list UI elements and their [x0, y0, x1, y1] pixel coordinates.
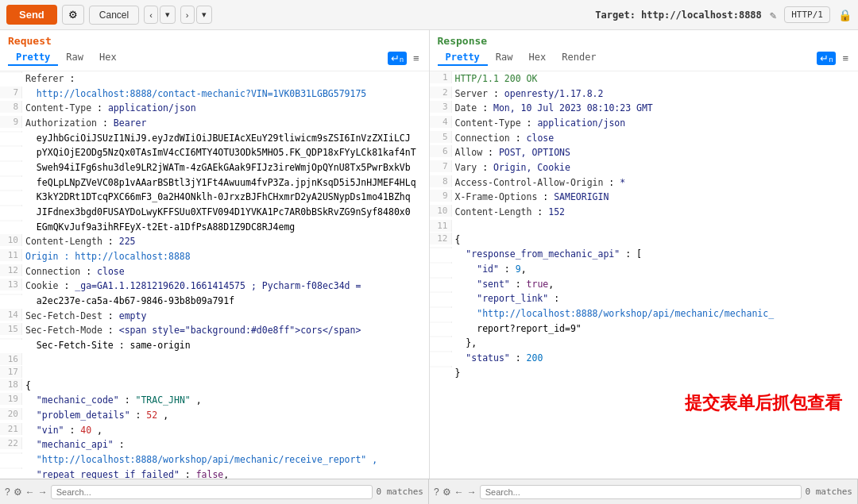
cancel-button[interactable]: Cancel	[89, 6, 139, 25]
line-number: 8	[430, 175, 452, 187]
line-text: Sec-Fetch-Mode : <span style="background…	[22, 323, 429, 338]
table-row: 4Content-Type : application/json	[430, 116, 859, 131]
line-text: Sec-Fetch-Dest : empty	[22, 309, 429, 324]
line-number	[0, 452, 22, 454]
line-text: Date : Mon, 10 Jul 2023 08:10:23 GMT	[452, 101, 859, 116]
table-row: "report_link" :	[430, 291, 859, 306]
request-search-input[interactable]	[51, 485, 373, 499]
line-text: a2ec237e-ca5a-4b67-9846-93b8b09a791f	[22, 294, 429, 309]
tab-pretty-request[interactable]: Pretty	[8, 50, 58, 66]
request-arrow-left[interactable]: ←	[25, 487, 35, 498]
request-help-icon[interactable]: ?	[5, 487, 10, 498]
line-number: 17	[0, 366, 22, 378]
line-text	[452, 220, 859, 221]
line-text: "problem_details" : 52 ,	[22, 408, 429, 423]
wordwrap-icon-request[interactable]: ↵n	[388, 52, 407, 65]
line-number: 12	[0, 264, 22, 276]
line-text: Origin : http://localhost:8888	[22, 249, 429, 264]
menu-icon-request[interactable]: ≡	[412, 51, 421, 66]
line-text: report?report_id=9"	[452, 321, 859, 337]
edit-icon[interactable]: ✎	[770, 9, 776, 21]
line-number	[430, 321, 452, 323]
line-text: http://localhost:8888/contact-mechanic?V…	[22, 87, 429, 102]
table-row: 16	[0, 353, 429, 366]
request-tabs-row: Pretty Raw Hex ↵n ≡	[8, 50, 421, 66]
line-text: "mechanic_api" :	[22, 437, 429, 452]
settings-button[interactable]: ⚙	[62, 5, 84, 25]
table-row: report?report_id=9"	[430, 321, 859, 337]
table-row: 6Allow : POST, OPTIONS	[430, 145, 859, 160]
send-button[interactable]: Send	[6, 5, 57, 25]
table-row: 12Connection : close	[0, 264, 429, 279]
request-arrow-right[interactable]: →	[38, 487, 48, 498]
menu-icon-response[interactable]: ≡	[841, 51, 850, 66]
line-text: feQLpLNpZVeVC08p1vAAarBSBtl3jY1Ft4Awuum4…	[22, 175, 429, 190]
table-row: 2Server : openresty/1.17.8.2	[430, 87, 859, 102]
line-text	[22, 353, 429, 355]
tab-render-response[interactable]: Render	[554, 50, 604, 66]
table-row: "sent" : true,	[430, 277, 859, 292]
wordwrap-icon-response[interactable]: ↵n	[817, 52, 836, 65]
table-row: "id" : 9,	[430, 262, 859, 277]
request-tab-icons: ↵n ≡	[388, 51, 421, 66]
table-row: 8Content-Type : application/json	[0, 101, 429, 116]
line-text: Sec-Fetch-Site : same-origin	[22, 338, 429, 353]
line-number	[430, 351, 452, 352]
request-matches-label: 0 matches	[376, 487, 423, 497]
line-number: 4	[430, 116, 452, 128]
response-search-input[interactable]	[480, 485, 802, 499]
line-text: Sweh94iIFg6shu3dle9LR2jWATm-4zGAEkGAak9F…	[22, 160, 429, 175]
line-text: "http://localhost:8888/workshop/api/mech…	[22, 452, 429, 467]
table-row: 13Cookie : _ga=GA1.1.1281219620.16614145…	[0, 279, 429, 294]
line-number: 12	[430, 233, 452, 244]
request-settings-icon[interactable]: ⚙	[14, 487, 22, 498]
response-search-panel: ? ⚙ ← → 0 matches	[429, 479, 858, 504]
request-header: Request Pretty Raw Hex ↵n ≡	[0, 30, 429, 71]
line-number: 10	[430, 205, 452, 217]
tab-raw-response[interactable]: Raw	[488, 50, 521, 66]
table-row: JIFdnex3bgd0FUSAYDoLwyKFFSUu0XTFV094D1YV…	[0, 205, 429, 220]
line-number	[0, 190, 22, 191]
table-row: 3Date : Mon, 10 Jul 2023 08:10:23 GMT	[430, 101, 859, 116]
table-row: 12{	[430, 233, 859, 248]
table-row: K3kY2DRt1DTcqPXC66mF3_0a2H4ONklh-0JrxzBJ…	[0, 190, 429, 205]
nav-next-down-button[interactable]: ▾	[196, 6, 212, 24]
table-row: },	[430, 336, 859, 351]
response-arrow-left[interactable]: ←	[454, 487, 464, 498]
line-text: K3kY2DRt1DTcqPXC66mF3_0a2H4ONklh-0JrxzBJ…	[22, 190, 429, 205]
line-number: 10	[0, 234, 22, 246]
nav-next-group: › ▾	[180, 6, 212, 24]
line-number: 1	[430, 71, 452, 83]
line-text: Allow : POST, OPTIONS	[452, 145, 859, 160]
line-number	[0, 338, 22, 340]
line-number	[430, 277, 452, 279]
tab-raw-request[interactable]: Raw	[58, 50, 91, 66]
response-settings-icon[interactable]: ⚙	[443, 487, 451, 498]
response-help-icon[interactable]: ?	[434, 487, 439, 498]
line-text: "sent" : true,	[452, 277, 859, 292]
tab-hex-response[interactable]: Hex	[521, 50, 555, 66]
line-number	[0, 131, 22, 133]
line-number	[0, 205, 22, 206]
table-row: pYXQiOjE2ODg5NzQx0TAsImV4cCI6MTY4OTU3ODk…	[0, 145, 429, 160]
table-row: 8Access-Control-Allow-Origin : *	[430, 175, 859, 190]
table-row: 11	[430, 220, 859, 233]
table-row: 10Content-Length : 152	[430, 205, 859, 220]
tab-hex-request[interactable]: Hex	[91, 50, 125, 66]
line-number: 22	[0, 437, 22, 449]
tab-pretty-response[interactable]: Pretty	[438, 50, 488, 66]
line-number: 21	[0, 423, 22, 435]
nav-prev-button[interactable]: ‹	[144, 6, 158, 24]
line-text: "response_from_mechanic_api" : [	[452, 247, 859, 262]
response-title: Response	[438, 35, 851, 47]
response-arrow-right[interactable]: →	[467, 487, 477, 498]
nav-prev-down-button[interactable]: ▾	[160, 6, 176, 24]
line-text: Authorization : Bearer	[22, 116, 429, 131]
line-text: HTTP/1.1 200 OK	[452, 71, 859, 87]
request-search-panel: ? ⚙ ← → 0 matches	[0, 479, 429, 504]
table-row: 5Connection : close	[430, 131, 859, 146]
table-row: "http://localhost:8888/workshop/api/mech…	[0, 452, 429, 467]
table-row: Sec-Fetch-Site : same-origin	[0, 338, 429, 353]
line-number	[430, 291, 452, 293]
nav-next-button[interactable]: ›	[180, 6, 195, 24]
